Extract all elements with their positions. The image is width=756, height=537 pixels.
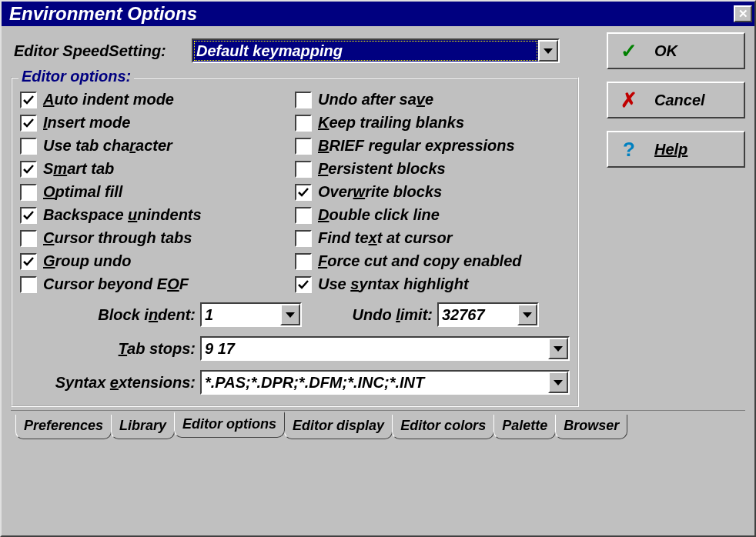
tab-library[interactable]: Library xyxy=(111,415,175,439)
checkbox-left-3[interactable]: Smart tab xyxy=(20,160,295,178)
tab-preferences[interactable]: Preferences xyxy=(15,415,112,439)
checkbox-box xyxy=(20,184,37,201)
checkbox-right-8[interactable]: Use syntax highlight xyxy=(295,275,570,293)
tab-editor-colors[interactable]: Editor colors xyxy=(392,415,494,439)
block-indent-row: Block indent: 1 Undo limit: 32767 xyxy=(20,302,570,327)
checkbox-label: Keep trailing blanks xyxy=(318,114,464,132)
checkbox-label: Double click line xyxy=(318,206,440,224)
checkbox-label: Force cut and copy enabled xyxy=(318,252,522,270)
checkbox-right-1[interactable]: Keep trailing blanks xyxy=(295,114,570,132)
help-label: Help xyxy=(654,141,687,158)
checkbox-box xyxy=(20,207,37,224)
dropdown-arrow-icon xyxy=(548,338,568,359)
checkbox-label: Persistent blocks xyxy=(318,160,446,178)
checkbox-right-column: Undo after saveKeep trailing blanksBRIEF… xyxy=(295,91,570,293)
tab-stops-dropdown[interactable]: 9 17 xyxy=(200,336,570,361)
tab-palette[interactable]: Palette xyxy=(493,415,556,439)
tab-editor-options[interactable]: Editor options xyxy=(174,412,285,438)
tab-stops-value: 9 17 xyxy=(202,338,548,359)
ok-label: OK xyxy=(654,42,677,60)
checkbox-box xyxy=(295,253,312,270)
checkbox-right-5[interactable]: Double click line xyxy=(295,206,570,224)
syntax-extensions-row: Syntax extensions: *.PAS;*.DPR;*.DFM;*.I… xyxy=(20,370,570,395)
checkbox-label: BRIEF regular expressions xyxy=(318,137,515,155)
checkbox-label: Insert mode xyxy=(43,114,130,132)
dropdown-arrow-icon xyxy=(538,40,558,62)
checkbox-box xyxy=(295,138,312,155)
checkbox-box xyxy=(20,115,37,132)
checkbox-left-1[interactable]: Insert mode xyxy=(20,114,295,132)
x-icon: ✗ xyxy=(621,88,637,112)
checkbox-right-6[interactable]: Find text at cursor xyxy=(295,229,570,247)
checkbox-label: Use tab character xyxy=(43,137,172,155)
checkbox-label: Group undo xyxy=(43,252,131,270)
checkbox-right-4[interactable]: Overwrite blocks xyxy=(295,183,570,201)
checkbox-box xyxy=(295,230,312,247)
dropdown-arrow-icon xyxy=(548,372,568,393)
checkbox-left-0[interactable]: Auto indent mode xyxy=(20,91,295,108)
checkbox-label: Find text at cursor xyxy=(318,229,452,247)
cancel-button[interactable]: ✗ Cancel xyxy=(607,82,745,118)
dropdown-arrow-icon xyxy=(517,304,537,325)
close-button[interactable]: ✕ xyxy=(734,5,752,22)
checkbox-left-4[interactable]: Optimal fill xyxy=(20,183,295,201)
cancel-label: Cancel xyxy=(654,92,705,109)
syntax-extensions-value: *.PAS;*.DPR;*.DFM;*.INC;*.INT xyxy=(202,372,548,393)
checkbox-box xyxy=(20,253,37,270)
tab-editor-display[interactable]: Editor display xyxy=(284,415,393,439)
speed-setting-value: Default keymapping xyxy=(193,40,538,62)
checkbox-left-6[interactable]: Cursor through tabs xyxy=(20,229,295,247)
syntax-extensions-dropdown[interactable]: *.PAS;*.DPR;*.DFM;*.INC;*.INT xyxy=(200,370,570,395)
speed-setting-label: Editor SpeedSetting: xyxy=(11,42,192,60)
checkbox-left-7[interactable]: Group undo xyxy=(20,252,295,270)
checkbox-right-0[interactable]: Undo after save xyxy=(295,91,570,108)
checkbox-label: Smart tab xyxy=(43,160,114,178)
checkbox-box xyxy=(295,92,312,108)
checkbox-box xyxy=(295,161,312,178)
checkbox-label: Optimal fill xyxy=(43,183,122,201)
checkbox-label: Auto indent mode xyxy=(43,91,174,108)
tab-stops-label: Tab stops: xyxy=(20,340,200,358)
question-icon: ? xyxy=(621,138,637,162)
button-column: ✓ OK ✗ Cancel ? Help xyxy=(607,32,745,168)
undo-limit-label: Undo limit: xyxy=(302,306,437,324)
window-title: Environment Options xyxy=(9,3,197,25)
tab-stops-row: Tab stops: 9 17 xyxy=(20,336,570,361)
checkbox-box xyxy=(295,115,312,132)
block-indent-dropdown[interactable]: 1 xyxy=(200,302,302,327)
checkbox-box xyxy=(295,184,312,201)
checkbox-left-2[interactable]: Use tab character xyxy=(20,137,295,155)
tab-browser[interactable]: Browser xyxy=(555,415,627,439)
titlebar: Environment Options ✕ xyxy=(2,2,754,26)
undo-limit-dropdown[interactable]: 32767 xyxy=(437,302,539,327)
syntax-extensions-label: Syntax extensions: xyxy=(20,374,200,392)
checkbox-right-7[interactable]: Force cut and copy enabled xyxy=(295,252,570,270)
checkbox-label: Cursor beyond EOF xyxy=(43,275,189,293)
speed-setting-dropdown[interactable]: Default keymapping xyxy=(192,38,560,63)
editor-options-legend: Editor options: xyxy=(18,68,134,85)
client-area: Editor SpeedSetting: Default keymapping … xyxy=(2,26,754,535)
checkbox-label: Undo after save xyxy=(318,91,433,108)
checkbox-left-8[interactable]: Cursor beyond EOF xyxy=(20,275,295,293)
checkbox-left-column: Auto indent modeInsert modeUse tab chara… xyxy=(20,91,295,293)
checkbox-label: Overwrite blocks xyxy=(318,183,442,201)
help-button[interactable]: ? Help xyxy=(607,131,745,168)
checkbox-box xyxy=(20,161,37,178)
checkbox-right-3[interactable]: Persistent blocks xyxy=(295,160,570,178)
checkbox-box xyxy=(295,276,312,293)
checkbox-box xyxy=(295,207,312,224)
checkbox-label: Cursor through tabs xyxy=(43,229,192,247)
checkbox-label: Backspace unindents xyxy=(43,206,202,224)
block-indent-value: 1 xyxy=(202,304,280,325)
ok-button[interactable]: ✓ OK xyxy=(607,32,745,69)
checkbox-label: Use syntax highlight xyxy=(318,275,469,293)
checkbox-left-5[interactable]: Backspace unindents xyxy=(20,206,295,224)
checkbox-box xyxy=(20,92,37,108)
checkbox-box xyxy=(20,276,37,293)
checkbox-right-2[interactable]: BRIEF regular expressions xyxy=(295,137,570,155)
checkbox-columns: Auto indent modeInsert modeUse tab chara… xyxy=(20,91,570,293)
checkbox-box xyxy=(20,138,37,155)
editor-options-group: Editor options: Auto indent modeInsert m… xyxy=(11,77,579,407)
bottom-tabs: PreferencesLibraryEditor optionsEditor d… xyxy=(11,410,745,439)
dropdown-arrow-icon xyxy=(280,304,300,325)
